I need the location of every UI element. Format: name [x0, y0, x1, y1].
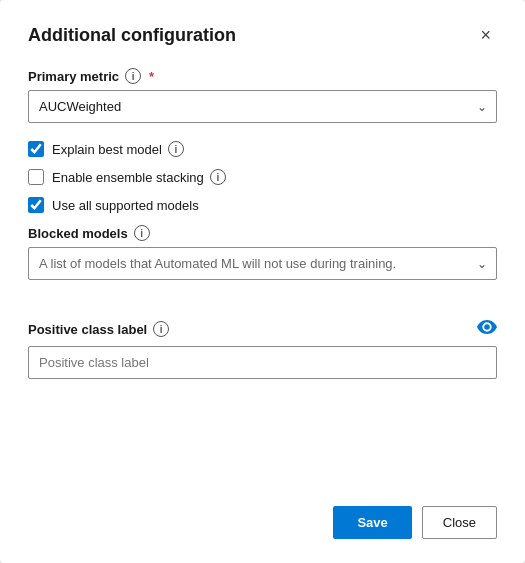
blocked-models-select[interactable]: A list of models that Automated ML will … [28, 247, 497, 280]
explain-best-model-checkbox[interactable] [28, 141, 44, 157]
dialog-title: Additional configuration [28, 25, 236, 46]
primary-metric-info-icon[interactable]: i [125, 68, 141, 84]
enable-ensemble-stacking-checkbox[interactable] [28, 169, 44, 185]
blocked-models-select-wrapper: A list of models that Automated ML will … [28, 247, 497, 280]
primary-metric-required-star: * [149, 69, 154, 84]
positive-class-label-title: Positive class label i [28, 321, 169, 337]
close-button[interactable]: Close [422, 506, 497, 539]
blocked-models-info-icon[interactable]: i [134, 225, 150, 241]
primary-metric-select[interactable]: AUCWeighted Accuracy NormMacroRecall Ave… [28, 90, 497, 123]
explain-best-model-row: Explain best model i [28, 141, 497, 157]
enable-ensemble-stacking-info-icon[interactable]: i [210, 169, 226, 185]
positive-class-label-section: Positive class label i [28, 320, 497, 379]
positive-class-label-info-icon[interactable]: i [153, 321, 169, 337]
save-button[interactable]: Save [333, 506, 411, 539]
enable-ensemble-stacking-label[interactable]: Enable ensemble stacking i [52, 169, 226, 185]
dialog-footer: Save Close [28, 490, 497, 539]
blocked-models-section: Blocked models i A list of models that A… [28, 225, 497, 298]
enable-ensemble-stacking-row: Enable ensemble stacking i [28, 169, 497, 185]
positive-class-label-eye-icon[interactable] [477, 320, 497, 338]
explain-best-model-info-icon[interactable]: i [168, 141, 184, 157]
use-all-supported-models-label[interactable]: Use all supported models [52, 198, 199, 213]
primary-metric-section: Primary metric i * AUCWeighted Accuracy … [28, 68, 497, 141]
primary-metric-select-wrapper: AUCWeighted Accuracy NormMacroRecall Ave… [28, 90, 497, 123]
positive-class-label-header: Positive class label i [28, 320, 497, 338]
dialog-close-button[interactable]: × [474, 24, 497, 46]
blocked-models-label: Blocked models i [28, 225, 497, 241]
dialog-header: Additional configuration × [28, 24, 497, 46]
additional-config-dialog: Additional configuration × Primary metri… [0, 0, 525, 563]
positive-class-label-input[interactable] [28, 346, 497, 379]
use-all-supported-models-checkbox[interactable] [28, 197, 44, 213]
use-all-supported-models-row: Use all supported models [28, 197, 497, 213]
explain-best-model-label[interactable]: Explain best model i [52, 141, 184, 157]
primary-metric-label: Primary metric i * [28, 68, 497, 84]
